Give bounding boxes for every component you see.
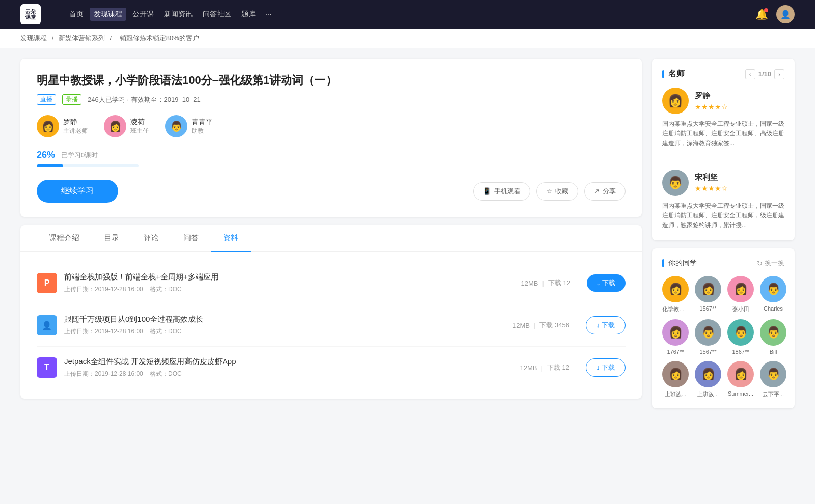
tabs-header: 课程介绍 目录 评论 问答 资料 xyxy=(20,225,642,252)
header: 云朵课堂 首页 发现课程 公开课 新闻资讯 问答社区 题库 ··· 🔔 👤 xyxy=(0,0,815,29)
instructor-role-1: 班主任 xyxy=(130,127,149,135)
action-row: 继续学习 📱 手机观看 ☆ 收藏 ↗ 分享 xyxy=(37,180,626,203)
resource-title-1: 跟随千万级项目从0到100全过程高效成长 xyxy=(64,315,496,324)
nav-more[interactable]: ··· xyxy=(262,8,276,21)
tab-resources[interactable]: 资料 xyxy=(211,225,251,252)
tab-review[interactable]: 评论 xyxy=(131,225,171,252)
notification-dot xyxy=(764,8,768,12)
course-stats: 246人已学习 · 有效期至：2019–10–21 xyxy=(88,95,201,104)
classmates-grid: 👩 化学教书... 👩 1567** 👩 张小田 👨 Charles 👩 xyxy=(662,276,784,398)
nav-discover[interactable]: 发现课程 xyxy=(90,8,126,21)
resource-meta-0: 上传日期：2019-12-28 16:00 格式：DOC xyxy=(64,285,504,294)
classmate-avatar-6: 👨 xyxy=(727,319,754,346)
classmate-avatar-5: 👨 xyxy=(695,319,721,346)
phone-view-button[interactable]: 📱 手机观看 xyxy=(473,182,530,201)
teacher-item-1: 👨 宋利坚 ★★★★☆ 国内某重点大学安全工程专业硕士，国家一级注册消防工程师、… xyxy=(662,170,784,231)
classmate-7[interactable]: 👨 Bill xyxy=(760,319,786,355)
progress-bar xyxy=(37,164,139,167)
classmate-5[interactable]: 👨 1567** xyxy=(695,319,721,355)
star-icon: ☆ xyxy=(546,187,552,195)
resource-item-0: P 前端全栈加强版！前端全栈+全周期+多端应用 上传日期：2019-12-28 … xyxy=(37,262,626,304)
classmate-name-10: Summer... xyxy=(727,390,754,397)
breadcrumb-discover[interactable]: 发现课程 xyxy=(20,34,47,42)
teacher-stars-0: ★★★★☆ xyxy=(695,103,728,111)
teacher-avatar-0: 👩 xyxy=(662,88,689,114)
classmate-9[interactable]: 👩 上班族... xyxy=(695,361,721,398)
share-icon: ↗ xyxy=(594,187,600,195)
classmate-name-4: 1767** xyxy=(662,349,689,355)
notification-bell[interactable]: 🔔 xyxy=(755,8,768,20)
teacher-item-0: 👩 罗静 ★★★★☆ 国内某重点大学安全工程专业硕士，国家一级注册消防工程师、注… xyxy=(662,88,784,159)
tab-intro[interactable]: 课程介绍 xyxy=(37,225,92,252)
progress-fill xyxy=(37,164,63,167)
share-button[interactable]: ↗ 分享 xyxy=(584,182,626,201)
breadcrumb-series[interactable]: 新媒体营销系列 xyxy=(59,34,105,42)
classmate-2[interactable]: 👩 张小田 xyxy=(727,276,754,313)
teacher-avatar-1: 👨 xyxy=(662,170,689,196)
teacher-desc-1: 国内某重点大学安全工程专业硕士，国家一级注册消防工程师、注册安全工程师，级注册建… xyxy=(662,201,784,231)
resource-title-2: Jetpack全组件实战 开发短视频应用高仿皮皮虾App xyxy=(64,357,503,367)
breadcrumb-current: 销冠修炼术锁定80%的客户 xyxy=(120,34,199,42)
resource-info-2: Jetpack全组件实战 开发短视频应用高仿皮皮虾App 上传日期：2019-1… xyxy=(64,357,503,378)
download-button-1[interactable]: ↓ 下载 xyxy=(586,316,626,334)
classmate-avatar-4: 👩 xyxy=(662,319,689,346)
continue-learning-button[interactable]: 继续学习 xyxy=(37,180,118,203)
resource-stats-0: 12MB | 下载 12 xyxy=(521,278,570,288)
header-right: 🔔 👤 xyxy=(755,5,795,23)
refresh-classmates-button[interactable]: ↻ 换一换 xyxy=(757,259,784,268)
classmate-8[interactable]: 👩 上班族... xyxy=(662,361,689,398)
resource-meta-1: 上传日期：2019-12-28 16:00 格式：DOC xyxy=(64,327,496,336)
nav-news[interactable]: 新闻资讯 xyxy=(160,8,197,21)
collect-button[interactable]: ☆ 收藏 xyxy=(536,182,578,201)
classmate-10[interactable]: 👩 Summer... xyxy=(727,361,754,398)
classmate-avatar-3: 👨 xyxy=(760,276,786,302)
teachers-label: 名师 xyxy=(668,69,685,79)
classmates-header: 你的同学 ↻ 换一换 xyxy=(662,259,784,268)
instructor-0: 👩 罗静 主讲老师 xyxy=(37,115,88,137)
classmates-label: 你的同学 xyxy=(668,259,697,268)
nav-open[interactable]: 公开课 xyxy=(128,8,158,21)
classmate-4[interactable]: 👩 1767** xyxy=(662,319,689,355)
user-avatar[interactable]: 👤 xyxy=(776,5,795,23)
page-info: 1/10 xyxy=(758,70,771,78)
logo[interactable]: 云朵课堂 xyxy=(20,4,41,24)
course-card: 明星中教授课，小学阶段语法100分–强化级第1讲动词（一） 直播 录播 246人… xyxy=(20,59,642,217)
classmate-name-0: 化学教书... xyxy=(662,305,689,313)
tabs-body: P 前端全栈加强版！前端全栈+全周期+多端应用 上传日期：2019-12-28 … xyxy=(20,252,642,399)
nav-qa[interactable]: 问答社区 xyxy=(199,8,235,21)
tab-catalog[interactable]: 目录 xyxy=(92,225,131,252)
download-button-0[interactable]: ↓ 下载 xyxy=(587,274,626,292)
classmate-name-2: 张小田 xyxy=(727,305,754,313)
pagination: ‹ 1/10 › xyxy=(745,69,784,79)
resource-meta-2: 上传日期：2019-12-28 16:00 格式：DOC xyxy=(64,370,503,378)
classmate-name-6: 1867** xyxy=(727,349,754,355)
classmate-11[interactable]: 👨 云下平... xyxy=(760,361,786,398)
right-sidebar: 名师 ‹ 1/10 › 👩 罗静 ★★★★☆ 国内某重点大学安全工程专业硕士，国… xyxy=(652,59,795,416)
course-meta: 直播 录播 246人已学习 · 有效期至：2019–10–21 xyxy=(37,94,626,105)
classmate-6[interactable]: 👨 1867** xyxy=(727,319,754,355)
prev-page-button[interactable]: ‹ xyxy=(745,69,755,79)
tag-record: 录播 xyxy=(62,94,82,105)
classmate-avatar-9: 👩 xyxy=(695,361,721,387)
logo-icon: 云朵课堂 xyxy=(20,4,41,24)
instructor-2: 👨 青青平 助教 xyxy=(165,115,213,137)
nav-quiz[interactable]: 题库 xyxy=(237,8,260,21)
classmate-1[interactable]: 👩 1567** xyxy=(695,276,721,313)
refresh-icon: ↻ xyxy=(757,260,763,267)
classmate-0[interactable]: 👩 化学教书... xyxy=(662,276,689,313)
download-button-2[interactable]: ↓ 下载 xyxy=(586,358,626,377)
instructor-role-2: 助教 xyxy=(192,127,213,135)
instructor-name-2: 青青平 xyxy=(192,118,213,127)
progress-section: 26% 已学习0课时 xyxy=(37,150,626,167)
next-page-button[interactable]: › xyxy=(774,69,784,79)
classmate-avatar-10: 👩 xyxy=(727,361,754,387)
resource-title-0: 前端全栈加强版！前端全栈+全周期+多端应用 xyxy=(64,272,504,282)
instructor-avatar-0: 👩 xyxy=(37,115,59,137)
nav-home[interactable]: 首页 xyxy=(65,8,88,21)
progress-text: 已学习0课时 xyxy=(61,151,98,160)
classmate-3[interactable]: 👨 Charles xyxy=(760,276,786,313)
progress-percent: 26% xyxy=(37,150,55,160)
classmate-avatar-7: 👨 xyxy=(760,319,786,346)
right-actions: 📱 手机观看 ☆ 收藏 ↗ 分享 xyxy=(473,182,626,201)
tab-qa[interactable]: 问答 xyxy=(171,225,211,252)
